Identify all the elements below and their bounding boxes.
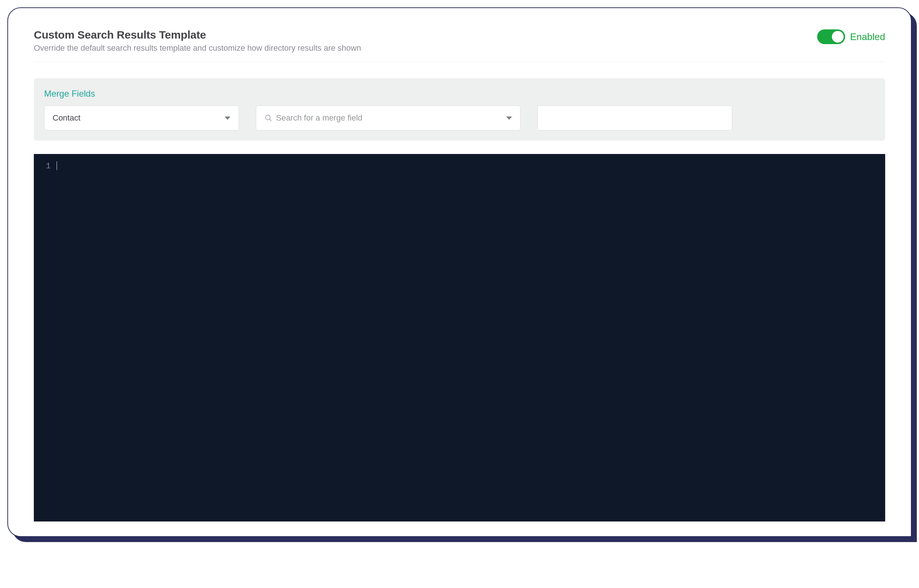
card-header: Custom Search Results Template Override … [34, 29, 885, 62]
toggle-knob [832, 31, 844, 43]
enable-toggle[interactable] [817, 29, 845, 44]
toggle-label: Enabled [850, 31, 885, 43]
merge-fields-heading: Merge Fields [44, 89, 875, 99]
card-subtitle: Override the default search results temp… [34, 44, 817, 53]
merge-output-field[interactable] [538, 105, 732, 131]
merge-search-placeholder: Search for a merge field [276, 113, 502, 123]
code-editor[interactable]: 1 [34, 154, 885, 522]
editor-cursor [57, 162, 57, 170]
chevron-down-icon [225, 116, 231, 120]
settings-card: Custom Search Results Template Override … [7, 7, 912, 537]
merge-fields-panel: Merge Fields Contact Search for a merge … [34, 78, 885, 141]
svg-point-0 [265, 115, 270, 120]
search-icon [264, 114, 272, 122]
merge-type-select[interactable]: Contact [44, 105, 239, 131]
chevron-down-icon [506, 116, 512, 120]
line-number: 1 [34, 160, 51, 173]
merge-field-search[interactable]: Search for a merge field [256, 105, 520, 131]
editor-content[interactable] [54, 154, 885, 522]
card-title: Custom Search Results Template [34, 29, 817, 41]
editor-gutter: 1 [34, 154, 54, 522]
svg-line-1 [270, 119, 271, 121]
merge-type-value: Contact [53, 113, 81, 123]
